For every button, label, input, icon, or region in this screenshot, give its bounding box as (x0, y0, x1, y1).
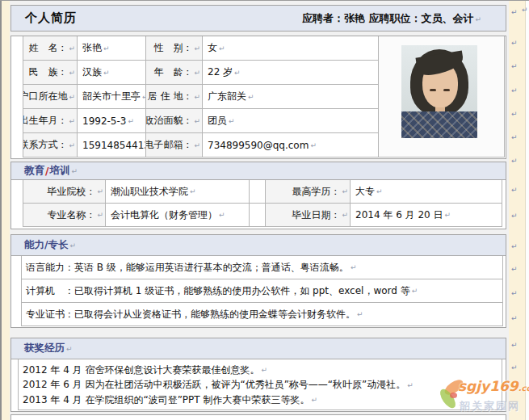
paragraph-mark-icon: ↵ (511, 363, 518, 372)
paragraph-mark-icon: ↵ (511, 133, 518, 141)
field-label-name: 姓 名：↵ (23, 36, 78, 61)
paragraph-mark-icon: ↵ (69, 141, 75, 149)
paragraph-mark-icon: ↵ (511, 157, 518, 165)
paragraph-mark-icon: ↵ (511, 62, 518, 70)
resume-title-bar: 个人简历 应聘者：张艳 应聘职位：文员、会计↵ (10, 5, 506, 32)
paragraph-mark-icon: ↵ (70, 242, 77, 250)
paragraph-mark-icon: ↵ (103, 69, 110, 77)
paragraph-mark-icon: ↵ (194, 69, 200, 77)
paragraph-mark-icon: ↵ (190, 187, 196, 195)
awards-body: 2012 年 4 月 宿舍环保创意设计大赛荣获最佳创意奖。↵ 2012 年 6 … (18, 359, 502, 410)
paragraph-mark-icon: ↵ (511, 110, 518, 118)
paragraph-mark-icon: ↵ (310, 141, 317, 149)
paragraph-mark-icon: ↵ (445, 211, 451, 219)
education-section-header: 教育/培训↵ (11, 162, 506, 180)
field-label-degree: 最高学历：↵ (266, 180, 351, 204)
paragraph-mark-icon: ↵ (229, 117, 235, 125)
field-label-residence-registration: 户口所在地↵ (23, 85, 78, 109)
field-label-gender: 性 别：↵ (146, 36, 203, 61)
field-value-birthdate: 1992-5-3↵ (78, 109, 146, 133)
field-value-current-residence: 广东韶关↵ (203, 85, 379, 109)
field-value-name: 张艳↵ (78, 36, 146, 61)
paragraph-mark-icon: ↵ (69, 44, 75, 52)
paragraph-mark-icon: ↵ (511, 39, 518, 47)
watermark-petal-icon (450, 393, 457, 398)
personal-info-table: 姓 名：↵ 张艳↵ 性 别：↵ 女↵ 民 族：↵ 汉族↵ 年 龄：↵ 22 岁↵ (23, 36, 505, 158)
paragraph-mark-icon: ↵ (511, 265, 518, 273)
field-value-school: 潮汕职业技术学院↵ (106, 180, 250, 204)
field-value-degree: 大专↵ (351, 180, 502, 204)
page-title: 个人简历 (25, 10, 77, 26)
paragraph-mark-icon: ↵ (522, 6, 528, 14)
abilities-rows: 语言能力：英语 B 级，能够运用英语进行基本的交流；普通话、粤语流畅。↵ 计算机… (21, 256, 503, 326)
spacer-cell (250, 180, 266, 204)
field-label-graduation-date: 毕业日期：↵ (266, 204, 351, 227)
red-slash: / (44, 165, 50, 177)
field-label-political-status: 政治面貌：↵ (146, 109, 203, 133)
paragraph-mark-icon: ↵ (194, 141, 200, 149)
field-value-age: 22 岁↵ (203, 61, 379, 85)
paragraph-mark-icon: ↵ (97, 187, 103, 195)
spacer-cell (250, 204, 266, 227)
paragraph-mark-icon: ↵ (511, 314, 518, 322)
field-label-birthdate: 出生年月：↵ (23, 109, 78, 133)
paragraph-mark-icon: ↵ (511, 289, 518, 297)
field-value-gender: 女↵ (203, 36, 379, 61)
award-line: 2012 年 6 月 因为在社团活动中积极活跃，被评为“优秀社员”称号——“秋叶… (23, 378, 502, 393)
paragraph-mark-icon: ↵ (342, 187, 348, 195)
paragraph-mark-icon: ↵ (351, 263, 357, 271)
applicant-position-text: 应聘者：张艳 应聘职位：文员、会计 (302, 12, 474, 24)
field-label-major: 专业名称：↵ (23, 204, 106, 227)
ability-row-language: 语言能力：英语 B 级，能够运用英语进行基本的交流；普通话、粤语流畅。↵ (21, 256, 503, 279)
field-value-email: 734899590@qq.com↵ (203, 133, 379, 158)
paragraph-mark-icon: ↵ (219, 211, 225, 219)
photo-plaid-shirt (401, 111, 477, 138)
photo-cell (379, 36, 505, 158)
field-value-phone: 15914854413↵ (78, 133, 146, 158)
paragraph-mark-icon: ↵ (475, 15, 481, 23)
field-value-ethnicity: 汉族↵ (78, 61, 146, 85)
resume-document-page: 个人简历 应聘者：张艳 应聘职位：文员、会计↵ 姓 名：↵ 张艳↵ 性 别：↵ … (0, 0, 529, 420)
watermark-site-name: sgjy169.com (458, 378, 529, 394)
field-value-political-status: 团员↵ (203, 109, 379, 133)
paragraph-mark-icon: ↵ (357, 310, 363, 318)
paragraph-mark-icon: ↵ (194, 117, 200, 125)
ability-row-computer: 计算机 ：已取得计算机 1 级证书，能够熟练的使用办公软件，如 ppt、exce… (21, 279, 503, 303)
award-line: 2012 年 4 月 宿舍环保创意设计大赛荣获最佳创意奖。↵ (23, 363, 502, 378)
paragraph-mark-icon: ↵ (261, 366, 267, 374)
applicant-position-line: 应聘者：张艳 应聘职位：文员、会计↵ (302, 11, 481, 26)
field-label-school: 毕业院校：↵ (23, 180, 106, 204)
page-right-strip (525, 1, 529, 420)
awards-section-header: 获奖经历↵ (11, 338, 506, 359)
paragraph-mark-icon: ↵ (69, 69, 75, 77)
paragraph-mark-icon: ↵ (511, 341, 518, 349)
paragraph-mark-icon: ↵ (511, 186, 518, 194)
paragraph-mark-icon: ↵ (234, 69, 241, 77)
paragraph-mark-icon: ↵ (219, 44, 225, 52)
applicant-id-photo (401, 45, 477, 138)
paragraph-mark-icon: ↵ (69, 93, 75, 101)
paragraph-mark-icon: ↵ (103, 44, 110, 52)
paragraph-mark-icon: ↵ (511, 86, 518, 94)
paragraph-mark-icon: ↵ (311, 396, 317, 404)
field-label-current-residence: 居 住 地：↵ (146, 85, 203, 109)
paragraph-mark-icon: ↵ (511, 212, 518, 220)
paragraph-mark-icon: ↵ (342, 211, 348, 219)
next-section-cutoff (10, 414, 506, 420)
field-label-email: 电子邮箱：↵ (146, 133, 203, 158)
abilities-section-header: 能力/专长↵ (11, 235, 506, 256)
paragraph-mark-icon: ↵ (128, 117, 134, 125)
page-left-edge (0, 1, 2, 420)
field-label-age: 年 龄：↵ (146, 61, 203, 85)
paragraph-mark-icon: ↵ (72, 167, 78, 175)
abilities-section: 能力/专长↵ 语言能力：英语 B 级，能够运用英语进行基本的交流；普通话、粤语流… (10, 234, 506, 328)
field-value-major: 会计电算化（财务管理）↵ (106, 204, 250, 227)
paragraph-mark-icon: ↵ (194, 44, 200, 52)
field-label-ethnicity: 民 族：↵ (23, 61, 78, 85)
photo-eye (443, 89, 450, 91)
paragraph-mark-icon: ↵ (248, 93, 254, 101)
paragraph-mark-icon: ↵ (511, 242, 518, 250)
paragraph-mark-icon: ↵ (376, 187, 383, 195)
ability-row-certificate: 专业证书：已取得会计从业资格证书，能够熟练的使用金蝶等会计财务软件。↵ (21, 303, 503, 326)
personal-info-section: 姓 名：↵ 张艳↵ 性 别：↵ 女↵ 民 族：↵ 汉族↵ 年 龄：↵ 22 岁↵ (10, 36, 506, 159)
